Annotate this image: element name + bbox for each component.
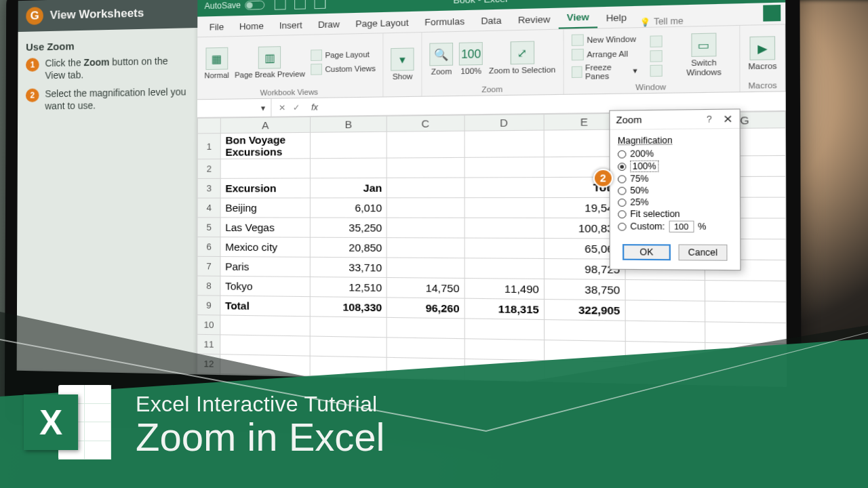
unhide-button[interactable] (650, 64, 662, 77)
tell-me-search[interactable]: Tell me (639, 16, 683, 27)
cell[interactable] (311, 158, 387, 178)
enter-formula-icon[interactable]: ✓ (293, 102, 300, 113)
cell[interactable] (221, 159, 311, 179)
cell[interactable] (625, 362, 705, 384)
cell[interactable] (465, 198, 544, 218)
column-header[interactable]: D (465, 115, 544, 131)
dialog-close-icon[interactable]: ✕ (723, 112, 733, 125)
cell[interactable] (705, 301, 786, 323)
cell[interactable]: Beijing (220, 198, 310, 218)
cell[interactable]: 6,010 (310, 198, 387, 218)
dialog-help-icon[interactable]: ? (707, 114, 712, 124)
cell[interactable]: 108,330 (310, 297, 387, 318)
new-window-button[interactable]: New Window (572, 33, 637, 45)
cell[interactable] (220, 374, 310, 387)
cell[interactable] (544, 381, 625, 387)
cell[interactable] (544, 340, 625, 362)
row-header[interactable]: 3 (197, 178, 220, 198)
switch-windows-button[interactable]: ▭Switch Windows (676, 33, 731, 77)
cell[interactable]: 118,315 (465, 298, 544, 319)
cell[interactable] (387, 238, 464, 258)
share-button[interactable] (763, 5, 781, 22)
cell[interactable] (387, 338, 464, 359)
cell[interactable] (387, 218, 464, 238)
cell[interactable] (310, 317, 387, 338)
name-box[interactable]: ▾ (197, 99, 272, 117)
cell[interactable] (465, 218, 544, 238)
cell[interactable] (310, 356, 387, 378)
cell[interactable] (465, 258, 544, 279)
cell[interactable] (705, 363, 786, 386)
cell[interactable] (705, 281, 786, 302)
cell[interactable]: 38,750 (544, 279, 625, 300)
quick-access-toolbar[interactable] (275, 0, 326, 10)
column-header[interactable]: C (387, 115, 464, 131)
cell[interactable] (387, 258, 464, 278)
cell[interactable]: 14,750 (387, 277, 464, 298)
row-header[interactable]: 2 (197, 159, 220, 179)
tab-formulas[interactable]: Formulas (416, 12, 473, 32)
cell[interactable] (544, 361, 625, 383)
cell[interactable]: 11,490 (465, 278, 544, 299)
cancel-formula-icon[interactable]: ✕ (279, 102, 285, 113)
cell[interactable]: Bon Voyage Excursions (221, 132, 311, 159)
tab-data[interactable]: Data (473, 11, 509, 31)
autosave-toggle[interactable]: AutoSave (204, 0, 264, 11)
cell[interactable] (625, 321, 705, 342)
cell[interactable]: 12,510 (310, 277, 387, 297)
cell[interactable] (387, 131, 464, 158)
normal-view-button[interactable]: ▦Normal (204, 47, 229, 80)
page-layout-button[interactable]: Page Layout (311, 48, 376, 60)
cell[interactable] (705, 322, 786, 344)
cell[interactable] (465, 130, 544, 157)
radio-custom[interactable]: Custom: 100 % (618, 220, 732, 232)
tab-insert[interactable]: Insert (271, 16, 310, 35)
cell[interactable] (465, 379, 545, 387)
split-button[interactable] (650, 35, 662, 47)
cell[interactable]: 322,905 (544, 300, 625, 321)
row-header[interactable]: 9 (197, 296, 220, 315)
cell[interactable] (387, 198, 464, 218)
tab-file[interactable]: File (201, 17, 231, 37)
select-all-corner[interactable] (197, 118, 220, 134)
row-header[interactable]: 1 (197, 134, 220, 159)
save-icon[interactable] (275, 0, 286, 10)
cell[interactable] (220, 335, 310, 356)
cancel-button[interactable]: Cancel (679, 244, 728, 260)
cell[interactable] (220, 315, 310, 336)
cell[interactable] (387, 378, 464, 387)
tab-draw[interactable]: Draw (310, 14, 347, 34)
cell[interactable] (310, 375, 387, 387)
cell[interactable]: Total (220, 296, 310, 317)
row-header[interactable]: 13 (197, 373, 220, 387)
cell[interactable]: 20,850 (310, 237, 387, 258)
tab-help[interactable]: Help (597, 7, 635, 28)
cell[interactable] (387, 157, 464, 178)
row-header[interactable]: 10 (197, 315, 220, 335)
cell[interactable]: Jan (310, 178, 387, 198)
cell[interactable]: Excursion (220, 178, 310, 198)
row-header[interactable]: 6 (197, 237, 220, 257)
cell[interactable] (465, 339, 544, 361)
cell[interactable]: 35,250 (310, 218, 387, 238)
cell[interactable] (465, 319, 544, 340)
tab-home[interactable]: Home (231, 16, 271, 36)
row-header[interactable]: 7 (197, 256, 220, 276)
cell[interactable] (625, 300, 705, 322)
cell[interactable] (544, 320, 625, 342)
cell[interactable] (465, 238, 544, 258)
column-header[interactable]: A (221, 117, 311, 134)
tab-review[interactable]: Review (510, 9, 559, 30)
row-header[interactable]: 4 (197, 198, 220, 218)
toggle-off-icon[interactable] (245, 0, 264, 9)
cell[interactable] (465, 178, 544, 198)
fx-label[interactable]: fx (311, 102, 318, 113)
cell[interactable] (220, 354, 310, 376)
cell[interactable]: 33,710 (310, 257, 387, 277)
arrange-all-button[interactable]: Arrange All (572, 47, 637, 60)
freeze-panes-button[interactable]: Freeze Panes▾ (572, 62, 637, 80)
cell[interactable] (465, 359, 545, 380)
row-header[interactable]: 8 (197, 276, 220, 296)
cell[interactable] (387, 178, 464, 198)
radio-50[interactable]: 50% (618, 185, 732, 196)
